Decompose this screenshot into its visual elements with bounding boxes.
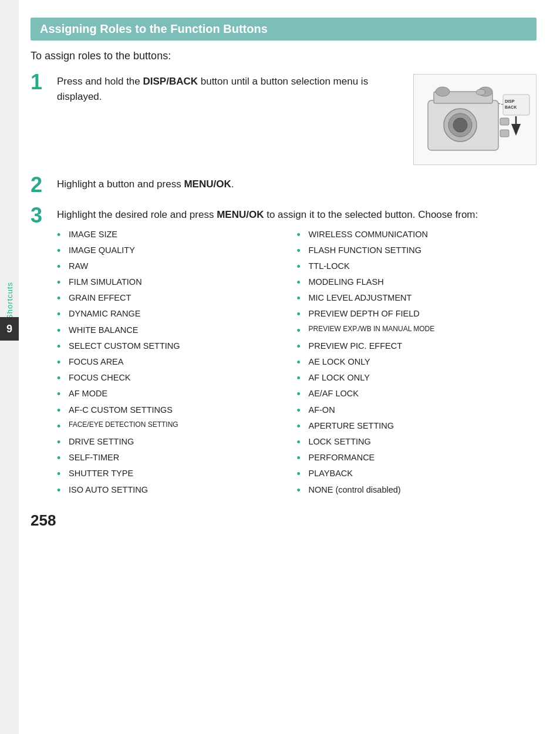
svg-text:DISP: DISP [505,99,515,103]
bullet-item: • FLASH FUNCTION SETTING [297,244,537,258]
bullet-text-select-custom: SELECT CUSTOM SETTING [69,340,180,352]
bullet-item: • WHITE BALANCE [57,324,297,338]
step-1: 1 Press and hold the DISP/BACK button un… [31,74,537,165]
bullet-text: IMAGE SIZE [69,228,117,240]
step-3-bold: MENU/OK [217,209,264,220]
svg-rect-15 [500,130,509,137]
bullet-item: • PREVIEW EXP./WB IN MANUAL MODE [297,324,537,338]
bullet-text: APERTURE SETTING [309,420,394,432]
bullet-item: • AE LOCK ONLY [297,356,537,370]
bullet-text: TTL-LOCK [309,260,350,272]
step-1-number: 1 [31,72,57,93]
bullet-text: AF-C CUSTOM SETTINGS [69,404,173,416]
page-number: 258 [31,511,537,530]
bullet-text: DRIVE SETTING [69,436,134,447]
bullet-item: • PREVIEW PIC. EFFECT [297,340,537,354]
bullet-section: • IMAGE SIZE • IMAGE QUALITY • RAW • FIL… [57,228,537,500]
step-1-content: Press and hold the DISP/BACK button unti… [57,74,537,165]
svg-rect-14 [500,118,509,125]
bullet-item: • NONE (control disabled) [297,484,537,498]
bullet-text: DYNAMIC RANGE [69,308,140,319]
bullet-item: • TTL-LOCK [297,260,537,274]
shortcuts-label: Shortcuts [5,282,14,319]
bullet-text: RAW [69,260,88,272]
svg-line-12 [498,103,503,105]
svg-point-13 [476,89,485,95]
bullet-text: NONE (control disabled) [309,484,401,496]
bullet-text: WIRELESS COMMUNICATION [309,228,429,240]
bullet-text: MIC LEVEL ADJUSTMENT [309,292,412,304]
bullet-item: • FOCUS AREA [57,356,297,370]
bullet-item: • PERFORMANCE [297,452,537,466]
bullet-item: • PLAYBACK [297,467,537,482]
bullet-item: • GRAIN EFFECT [57,292,297,306]
bullet-text: MODELING FLASH [309,276,384,288]
bullet-item: • SELF-TIMER [57,452,297,466]
right-bullet-col: • WIRELESS COMMUNICATION • FLASH FUNCTIO… [297,228,537,500]
bullet-text: AF-ON [309,404,335,416]
bullet-text: PREVIEW EXP./WB IN MANUAL MODE [309,324,435,334]
camera-svg: DISP BACK [416,77,534,162]
bullet-text: FACE/EYE DETECTION SETTING [69,420,178,430]
section-title: Assigning Roles to the Function Buttons [40,22,268,35]
bullet-item: • WIRELESS COMMUNICATION [297,228,537,243]
step-1-text: Press and hold the DISP/BACK button unti… [57,74,402,104]
bullet-text: PLAYBACK [309,467,353,479]
bullet-text-af-lock-only: AF LOCK ONLY [309,372,370,383]
step-3-number: 3 [31,205,57,226]
bullet-text: AF MODE [69,388,107,399]
bullet-text: FILM SIMULATION [69,276,142,288]
bullet-item: • RAW [57,260,297,274]
svg-point-5 [436,87,450,96]
bullet-text: PREVIEW DEPTH OF FIELD [309,308,420,319]
bullet-item: • AF LOCK ONLY [297,372,537,386]
bullet-item: • DRIVE SETTING [57,436,297,450]
bullet-item: • DYNAMIC RANGE [57,308,297,322]
svg-text:BACK: BACK [505,105,517,109]
page-number-tab: 9 [0,317,19,341]
bullet-text: IMAGE QUALITY [69,244,135,256]
step-2-bold: MENU/OK [184,179,231,190]
bullet-text: ISO AUTO SETTING [69,484,148,496]
bullet-text: FOCUS CHECK [69,372,131,383]
bullet-text: FLASH FUNCTION SETTING [309,244,422,256]
bullet-text: PERFORMANCE [309,452,375,463]
bullet-text: PREVIEW PIC. EFFECT [309,340,403,352]
bullet-item: • AF MODE [57,388,297,402]
bullet-item: • FACE/EYE DETECTION SETTING [57,420,297,434]
intro-text: To assign roles to the buttons: [31,50,537,62]
step-2-number: 2 [31,174,57,196]
camera-illustration: DISP BACK [413,74,537,165]
bullet-text: WHITE BALANCE [69,324,138,336]
bullet-item: • AF-ON [297,404,537,418]
step-3: 3 Highlight the desired role and press M… [31,207,537,500]
step-2: 2 Highlight a button and press MENU/OK. [31,177,537,196]
main-content: Assigning Roles to the Function Buttons … [19,0,560,734]
bullet-item: • MODELING FLASH [297,276,537,290]
bullet-item: • ISO AUTO SETTING [57,484,297,498]
svg-marker-10 [511,124,521,136]
step-3-content: Highlight the desired role and press MEN… [57,207,537,500]
bullet-item: • AF-C CUSTOM SETTINGS [57,404,297,418]
svg-point-4 [453,118,467,132]
bullet-item: • SHUTTER TYPE [57,467,297,482]
section-header: Assigning Roles to the Function Buttons [31,18,537,41]
bullet-item: • AE/AF LOCK [297,388,537,402]
bullet-text: AE/AF LOCK [309,388,359,399]
bullet-text: GRAIN EFFECT [69,292,131,304]
bullet-item: • FOCUS CHECK [57,372,297,386]
bullet-item: • PREVIEW DEPTH OF FIELD [297,308,537,322]
bullet-item: • SELECT CUSTOM SETTING [57,340,297,354]
step-1-bold: DISP/BACK [143,76,198,87]
bullet-item: • FILM SIMULATION [57,276,297,290]
bullet-text: SELF-TIMER [69,452,119,463]
side-tab: Shortcuts 9 [0,0,19,734]
bullet-text-shutter-type: SHUTTER TYPE [69,467,133,479]
left-bullet-col: • IMAGE SIZE • IMAGE QUALITY • RAW • FIL… [57,228,297,500]
bullet-item: • MIC LEVEL ADJUSTMENT [297,292,537,306]
bullet-item: • APERTURE SETTING [297,420,537,434]
bullet-item: • IMAGE SIZE [57,228,297,243]
bullet-item: • LOCK SETTING [297,436,537,450]
step-2-content: Highlight a button and press MENU/OK. [57,177,537,192]
bullet-item: • IMAGE QUALITY [57,244,297,258]
